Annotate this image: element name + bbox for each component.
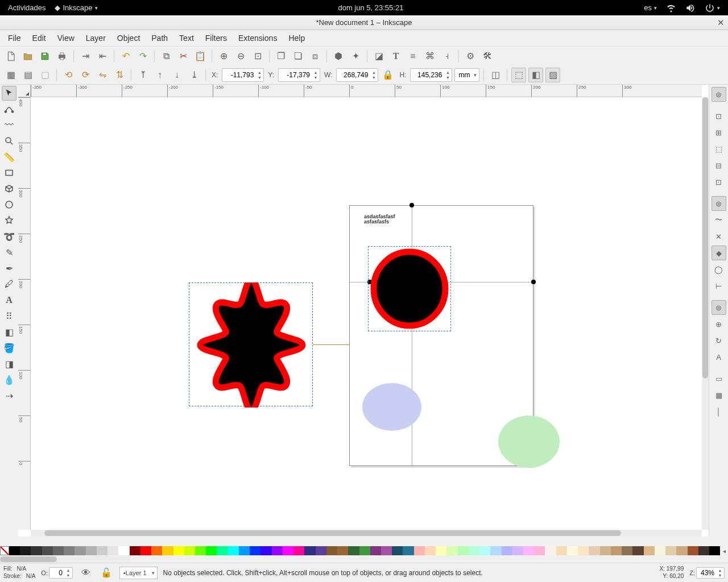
- color-swatch[interactable]: [425, 546, 436, 555]
- snap-bbox-icon[interactable]: ⊡: [712, 109, 726, 123]
- connector-tool-icon[interactable]: ⇢: [2, 388, 16, 403]
- menu-help[interactable]: Help: [283, 34, 311, 43]
- color-swatch[interactable]: [479, 546, 490, 555]
- calligraphy-tool-icon[interactable]: 🖊: [2, 277, 16, 292]
- eraser-tool-icon[interactable]: ◧: [2, 325, 16, 339]
- menu-object[interactable]: Object: [111, 34, 146, 43]
- copy-icon[interactable]: ⧉: [159, 49, 173, 64]
- color-swatch[interactable]: [534, 546, 545, 555]
- color-swatch[interactable]: [337, 546, 348, 555]
- box3d-tool-icon[interactable]: [2, 181, 16, 196]
- y-input[interactable]: ▲▼: [278, 68, 320, 82]
- snap-bbox-center-icon[interactable]: ⊡: [712, 174, 726, 189]
- rotate-ccw-icon[interactable]: ⟲: [61, 68, 76, 82]
- doc-prefs-icon[interactable]: 🛠: [480, 49, 495, 64]
- export-icon[interactable]: ⇤: [95, 49, 110, 64]
- opacity-control[interactable]: O: ▲▼: [41, 567, 73, 579]
- zoom-in-icon[interactable]: ⊕: [216, 49, 231, 64]
- snap-text-icon[interactable]: A: [712, 350, 726, 364]
- color-swatch[interactable]: [403, 546, 413, 555]
- pencil-tool-icon[interactable]: ✎: [2, 245, 16, 260]
- snap-line-mid-icon[interactable]: ⊢: [712, 278, 726, 293]
- color-swatch[interactable]: [260, 546, 271, 555]
- layer-select[interactable]: •Layer 1: [119, 567, 158, 579]
- color-swatch[interactable]: [217, 546, 228, 555]
- paste-icon[interactable]: 📋: [193, 49, 208, 64]
- snap-path-icon[interactable]: 〜: [712, 213, 726, 227]
- color-swatch[interactable]: [304, 546, 315, 555]
- color-swatch[interactable]: [348, 546, 359, 555]
- no-color-swatch[interactable]: [0, 546, 9, 555]
- guide-anchor-icon[interactable]: [531, 280, 536, 284]
- color-swatch[interactable]: [545, 546, 556, 555]
- color-swatch[interactable]: [9, 546, 20, 555]
- spiral-tool-icon[interactable]: ➰: [2, 229, 16, 244]
- menu-layer[interactable]: Layer: [80, 34, 111, 43]
- zoom-tool-icon[interactable]: [2, 134, 16, 148]
- color-swatch[interactable]: [665, 546, 676, 555]
- import-icon[interactable]: ⇥: [78, 49, 93, 64]
- bezier-tool-icon[interactable]: ✒: [2, 261, 16, 276]
- zoom-fit-icon[interactable]: ⊡: [250, 49, 265, 64]
- color-swatch[interactable]: [556, 546, 567, 555]
- zoom-out-icon[interactable]: ⊖: [233, 49, 248, 64]
- xml-icon[interactable]: ⌘: [423, 49, 437, 64]
- color-swatch[interactable]: [622, 546, 632, 555]
- snap-grid-icon[interactable]: ▦: [712, 388, 726, 402]
- ruler-vertical[interactable]: 400350300250200150100500: [18, 97, 31, 530]
- color-swatch[interactable]: [53, 546, 64, 555]
- bucket-tool-icon[interactable]: 🪣: [2, 340, 16, 355]
- star-object[interactable]: [189, 282, 314, 408]
- circle-object[interactable]: [370, 248, 449, 329]
- color-swatch[interactable]: [239, 546, 250, 555]
- snap-node-icon[interactable]: ⊚: [712, 196, 726, 211]
- color-swatch[interactable]: [64, 546, 75, 555]
- flip-v-icon[interactable]: ⇅: [112, 68, 127, 82]
- activities-button[interactable]: Actividades: [3, 3, 50, 12]
- undo-icon[interactable]: ↶: [118, 49, 133, 64]
- redo-icon[interactable]: ↷: [135, 49, 150, 64]
- color-swatch[interactable]: [600, 546, 611, 555]
- color-swatch[interactable]: [381, 546, 392, 555]
- snap-rotation-icon[interactable]: ↻: [712, 333, 726, 348]
- color-swatch[interactable]: [436, 546, 446, 555]
- gradient-tool-icon[interactable]: ◨: [2, 356, 16, 371]
- color-swatch[interactable]: [97, 546, 107, 555]
- snap-center-icon[interactable]: ⊕: [712, 317, 726, 331]
- ellipse-object[interactable]: [497, 414, 561, 469]
- color-swatch[interactable]: [578, 546, 589, 555]
- app-menu[interactable]: ◆Inkscape ▾: [50, 3, 102, 12]
- color-swatch[interactable]: [75, 546, 85, 555]
- color-swatch[interactable]: [195, 546, 206, 555]
- guide-anchor-icon[interactable]: [410, 203, 414, 207]
- color-swatch[interactable]: [644, 546, 655, 555]
- scrollbar-horizontal[interactable]: [31, 530, 702, 537]
- text-props-icon[interactable]: T: [388, 49, 403, 64]
- rotate-cw-icon[interactable]: ⟳: [78, 68, 93, 82]
- menu-path[interactable]: Path: [146, 34, 173, 43]
- color-swatch[interactable]: [316, 546, 326, 555]
- color-swatch[interactable]: [392, 546, 403, 555]
- snap-smooth-icon[interactable]: ◯: [712, 262, 726, 277]
- color-swatch[interactable]: [326, 546, 337, 555]
- color-swatch[interactable]: [523, 546, 534, 555]
- snap-bbox-edge-icon[interactable]: ⊞: [712, 125, 726, 140]
- spray-tool-icon[interactable]: ⠿: [2, 309, 16, 323]
- color-swatch[interactable]: [655, 546, 665, 555]
- select-layers-icon[interactable]: ▤: [20, 68, 35, 82]
- color-swatch[interactable]: [490, 546, 501, 555]
- affect-gradient-icon[interactable]: ◧: [528, 68, 543, 82]
- duplicate-icon[interactable]: ❐: [274, 49, 288, 64]
- canvas-text-object[interactable]: asdasfasfasf asfasfasfs: [364, 214, 395, 225]
- snap-bbox-corner-icon[interactable]: ⬚: [712, 142, 726, 156]
- ellipse-object[interactable]: [361, 381, 423, 433]
- raise-icon[interactable]: ↑: [152, 68, 167, 82]
- dropper-tool-icon[interactable]: 💧: [2, 372, 16, 387]
- align-icon[interactable]: ⫞: [440, 49, 454, 64]
- menu-text[interactable]: Text: [173, 34, 200, 43]
- menu-edit[interactable]: Edit: [27, 34, 52, 43]
- snap-guide-icon[interactable]: │: [712, 404, 726, 419]
- lock-aspect-icon[interactable]: 🔒: [380, 68, 395, 82]
- color-swatch[interactable]: [86, 546, 97, 555]
- color-swatch[interactable]: [173, 546, 184, 555]
